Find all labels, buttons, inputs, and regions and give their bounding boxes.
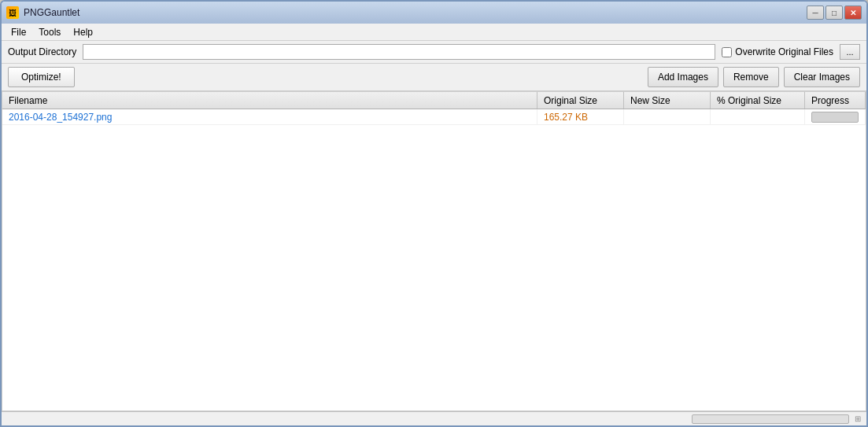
- cell-new-size: [624, 109, 711, 124]
- table-body: 2016-04-28_154927.png 165.27 KB: [2, 109, 866, 410]
- col-header-progress[interactable]: Progress: [805, 92, 866, 109]
- output-dir-label: Output Directory: [8, 46, 76, 57]
- title-bar-left: 🖼 PNGGauntlet: [6, 6, 79, 19]
- cell-pct-size: [711, 109, 805, 124]
- resize-handle[interactable]: ⊞: [852, 414, 863, 425]
- table-row[interactable]: 2016-04-28_154927.png 165.27 KB: [2, 109, 866, 125]
- table-header: Filename Original Size New Size % Origin…: [2, 92, 866, 109]
- horizontal-scrollbar[interactable]: [692, 414, 849, 424]
- overwrite-label: Overwrite Original Files: [722, 46, 833, 57]
- progress-bar-bg: [811, 112, 859, 123]
- file-table: Filename Original Size New Size % Origin…: [2, 91, 866, 411]
- overwrite-checkbox[interactable]: [722, 47, 732, 57]
- overwrite-text: Overwrite Original Files: [735, 46, 833, 57]
- col-header-new-size[interactable]: New Size: [624, 92, 711, 109]
- clear-images-button[interactable]: Clear Images: [784, 67, 860, 87]
- close-button[interactable]: ✕: [844, 6, 862, 20]
- main-window: 🖼 PNGGauntlet ─ □ ✕ File Tools Help Outp…: [0, 0, 868, 427]
- title-bar: 🖼 PNGGauntlet ─ □ ✕: [2, 2, 866, 24]
- optimize-button[interactable]: Optimize!: [8, 67, 75, 87]
- title-bar-buttons: ─ □ ✕: [807, 6, 862, 20]
- minimize-button[interactable]: ─: [807, 6, 824, 20]
- app-icon: 🖼: [6, 6, 19, 19]
- menu-help[interactable]: Help: [67, 25, 99, 39]
- cell-progress: [805, 109, 866, 124]
- remove-button[interactable]: Remove: [723, 67, 779, 87]
- browse-button[interactable]: ...: [840, 44, 860, 60]
- col-header-pct-size[interactable]: % Original Size: [711, 92, 805, 109]
- app-title: PNGGauntlet: [24, 7, 79, 18]
- status-bar: ⊞: [2, 411, 866, 425]
- cell-filename: 2016-04-28_154927.png: [2, 109, 537, 124]
- menu-tools[interactable]: Tools: [32, 25, 67, 39]
- col-header-original-size[interactable]: Original Size: [537, 92, 624, 109]
- action-toolbar: Optimize! Add Images Remove Clear Images: [2, 64, 866, 91]
- output-dir-toolbar: Output Directory Overwrite Original File…: [2, 41, 866, 64]
- add-images-button[interactable]: Add Images: [648, 67, 718, 87]
- cell-original-size: 165.27 KB: [537, 109, 624, 124]
- menu-bar: File Tools Help: [2, 24, 866, 41]
- output-dir-input[interactable]: [83, 44, 715, 60]
- menu-file[interactable]: File: [5, 25, 32, 39]
- maximize-button[interactable]: □: [826, 6, 843, 20]
- col-header-filename[interactable]: Filename: [2, 92, 537, 109]
